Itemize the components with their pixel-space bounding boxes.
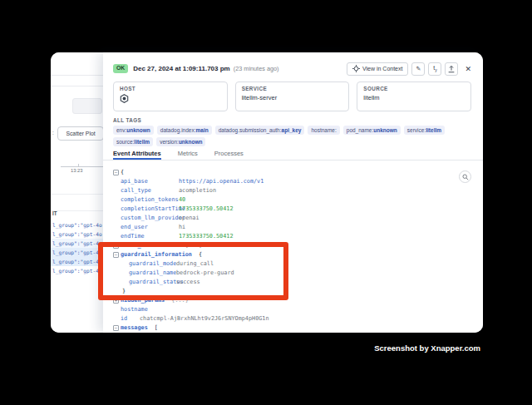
detail-tabs: Event Attributes Metrics Processes	[103, 147, 483, 161]
tag-chip[interactable]: pod_name:unknown	[343, 126, 401, 135]
host-value	[120, 94, 221, 105]
tag-chip[interactable]: datadog.index:main	[157, 126, 212, 135]
event-timestamp: Dec 27, 2024 at 1:09:11.703 pm	[133, 65, 230, 72]
json-row-id: id chatcmpl-AjBrxhNLht9v2J6rSNYOmp4pH0G1…	[113, 314, 471, 324]
tab-event-attributes[interactable]: Event Attributes	[113, 147, 161, 160]
header-actions: View in Context ✎ ty ✕	[347, 62, 471, 76]
log-list: l_group":"gpt-4o l_group":"gpt-4o l_grou…	[51, 220, 103, 275]
json-row-end-user: end_user hi	[113, 223, 471, 232]
source-box: SOURCE litellm	[357, 81, 471, 111]
axis-tick-mark	[78, 164, 79, 167]
json-row-hostname: hostname	[113, 305, 471, 314]
divider	[51, 210, 103, 211]
json-row-completion-start-time: completionStartTime 1735333750.50412	[113, 205, 471, 214]
service-box: SERVICE litellm-server	[235, 81, 350, 111]
truncated-text: :	[52, 130, 54, 136]
status-badge: OK	[113, 64, 128, 73]
log-list-item[interactable]: l_group":"gpt-4o	[51, 239, 103, 248]
json-row-api-base: api_base https://api.openai.com/v1	[113, 177, 471, 186]
collapse-icon[interactable]: −	[113, 325, 119, 331]
divider	[51, 86, 103, 86]
tab-processes[interactable]: Processes	[214, 147, 244, 160]
log-list-item[interactable]: l_group":"gpt-4o	[51, 248, 103, 257]
json-row-messages: − messages [	[113, 324, 471, 333]
key-value-icon: ty	[433, 65, 436, 72]
tag-chip[interactable]: env:unknown	[113, 126, 154, 135]
collapse-icon[interactable]: −	[113, 170, 119, 175]
service-label: SERVICE	[242, 86, 343, 91]
tag-chip[interactable]: source:litellm	[113, 137, 153, 146]
event-header: OK Dec 27, 2024 at 1:09:11.703 pm (23 mi…	[113, 62, 471, 76]
source-label: SOURCE	[363, 86, 465, 91]
pencil-icon: ✎	[416, 66, 421, 72]
reserved-attribute-boxes: HOST SERVICE litellm-server SOURCE litel…	[113, 81, 471, 111]
axis-tick-label: 13:23	[71, 168, 83, 173]
tag-chip[interactable]: hostname:	[308, 126, 339, 135]
edit-button[interactable]: ✎	[411, 62, 425, 76]
screenshot-stage: : Scatter Plot 13:23 IT l_group":"gpt-4o…	[0, 0, 532, 405]
service-value: litellm-server	[242, 94, 343, 101]
source-value: litellm	[363, 94, 465, 101]
log-list-item[interactable]: l_group":"gpt-4o	[51, 266, 103, 275]
tab-metrics[interactable]: Metrics	[178, 147, 198, 160]
host-label: HOST	[120, 86, 221, 91]
tag-chip[interactable]: datadog.submission_auth:api_key	[215, 126, 305, 135]
share-export-icon	[447, 65, 456, 73]
tag-chip[interactable]: service:litellm	[404, 126, 445, 135]
json-row-end-time: endTime 1735333750.50412	[113, 232, 471, 241]
view-in-context-label: View in Context	[362, 66, 403, 72]
chart-skeleton-block	[72, 98, 102, 114]
host-hexagon-icon	[120, 94, 129, 103]
tag-chip[interactable]: version:unknown	[156, 137, 205, 146]
all-tags-label: ALL TAGS	[113, 117, 475, 123]
watermark-caption: Screenshot by Xnapper.com	[374, 343, 480, 353]
log-list-item[interactable]: l_group":"gpt-4o	[51, 230, 103, 239]
relative-time: (23 minutes ago)	[234, 65, 279, 72]
key-value-toggle-button[interactable]: ty	[428, 62, 441, 76]
divider	[51, 75, 103, 76]
scatter-plot-button[interactable]: Scatter Plot	[57, 126, 103, 141]
tag-list: env:unknown datadog.index:main datadog.s…	[113, 126, 475, 146]
json-row-custom-llm-provider: custom_llm_provider openai	[113, 214, 471, 223]
close-icon[interactable]: ✕	[465, 65, 471, 73]
log-list-item[interactable]: l_group":"gpt-4o	[51, 220, 103, 230]
divider	[51, 194, 103, 195]
view-in-context-button[interactable]: View in Context	[347, 62, 409, 76]
logs-explorer-background: : Scatter Plot 13:23 IT l_group":"gpt-4o…	[51, 52, 103, 333]
column-header: IT	[52, 210, 57, 216]
crosshair-icon	[352, 65, 360, 72]
annotation-highlight-box	[98, 242, 288, 300]
time-axis	[61, 166, 103, 167]
json-row-root: − {	[113, 168, 471, 177]
all-tags-section: ALL TAGS env:unknown datadog.index:main …	[113, 117, 475, 146]
json-row-completion-tokens: completion_tokens 40	[113, 195, 471, 205]
log-list-item[interactable]: l_group":"gpt-4o	[51, 257, 103, 266]
export-button[interactable]	[445, 62, 458, 76]
host-box: HOST	[113, 81, 228, 111]
attribute-value-link[interactable]: https://api.openai.com/v1	[179, 177, 264, 186]
json-row-call-type: call_type acompletion	[113, 186, 471, 195]
